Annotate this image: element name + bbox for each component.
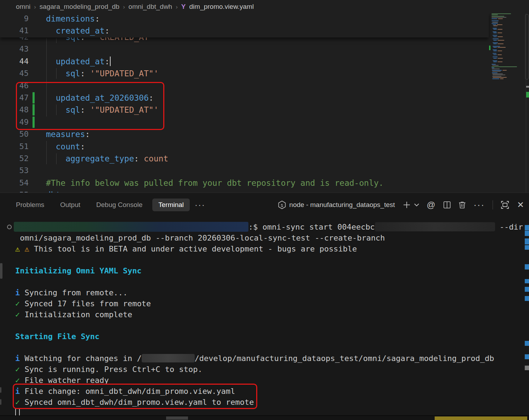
- horizontal-scrollbar[interactable]: [0, 415, 529, 420]
- minimap-row: [493, 32, 502, 33]
- code-text: sql: '"UPDATED_AT"': [46, 67, 159, 79]
- minimap-row: [493, 29, 502, 30]
- panel-tab-output[interactable]: Output: [60, 199, 80, 211]
- minimap-diff-mark: [489, 46, 490, 50]
- terminal-line: omni/sagara_modeling_prod_db --branch 20…: [0, 232, 529, 243]
- sticky-line[interactable]: 9dimensions:: [0, 13, 489, 25]
- new-terminal-button[interactable]: [403, 201, 411, 209]
- scrollbar-decoration: [525, 231, 529, 236]
- minimap-row: [493, 36, 503, 37]
- panel-header-divider: [493, 200, 493, 209]
- annotation-box-editor: [16, 82, 164, 130]
- left-decoration: [0, 399, 1, 405]
- minimap-row: [492, 76, 501, 77]
- maximize-panel-button[interactable]: [501, 201, 509, 209]
- yaml-file-icon: Y: [181, 3, 186, 11]
- minimap-row: [493, 43, 504, 44]
- minimap-row: [493, 61, 502, 62]
- terminal-line: ✓ Initialization complete: [0, 309, 529, 320]
- line-number: 41: [0, 25, 29, 37]
- minimap-row: [492, 72, 498, 73]
- scrollbar-decoration: [525, 341, 529, 346]
- ruler-mark: [526, 86, 529, 88]
- minimap-row: [492, 65, 499, 66]
- code-line[interactable]: 51 count:: [0, 141, 488, 153]
- panel-tabs-more-icon[interactable]: ···: [195, 200, 205, 210]
- nodejs-icon: [278, 201, 286, 209]
- indent-guide: [56, 68, 57, 79]
- terminal-line: i Watching for changes in //develop/manu…: [0, 353, 529, 364]
- line-number: 44: [0, 55, 29, 67]
- minimap-row: [492, 14, 498, 15]
- minimap-row: [492, 73, 503, 74]
- line-number: 54: [0, 177, 29, 189]
- line-number: 52: [0, 153, 29, 165]
- minimap-row: [492, 69, 500, 69]
- minimap-row: [493, 57, 498, 57]
- minimap-row: [492, 67, 494, 68]
- panel-more-actions-icon[interactable]: ···: [474, 200, 485, 211]
- code-line[interactable]: 52 aggregate_type: count: [0, 153, 488, 165]
- code-text: count:: [46, 141, 85, 153]
- panel-header: ProblemsOutputDebug ConsoleTerminal ··· …: [0, 196, 529, 214]
- editor-pane[interactable]: 42 sql: '"CREATED_AT"'4344 updated_at:45…: [0, 0, 529, 193]
- terminal-line: :$ omni-sync start 004eecbc --dir: [0, 221, 529, 232]
- minimap[interactable]: [490, 13, 524, 82]
- minimap-row: [492, 66, 517, 67]
- code-line[interactable]: 44 updated_at:: [0, 55, 488, 68]
- minimap-row: [493, 77, 507, 78]
- minimap-row: [493, 60, 497, 61]
- scrollbar-decoration: [525, 366, 529, 370]
- command-decoration-icon: [7, 225, 12, 229]
- chevron-right-icon: ›: [123, 4, 125, 10]
- code-line[interactable]: 43: [0, 43, 488, 55]
- breadcrumb-item[interactable]: sagara_modeling_prod_db: [40, 3, 119, 10]
- line-number: 45: [0, 67, 29, 79]
- terminal-session[interactable]: node - manufacturing_dataops_test: [278, 201, 395, 209]
- terminal-dropdown-chevron-icon[interactable]: [414, 203, 419, 207]
- sticky-line[interactable]: 41 created_at:: [0, 25, 489, 37]
- minimap-row: [492, 20, 499, 21]
- scrollbar-decoration: [525, 296, 529, 301]
- minimap-row: [493, 46, 500, 47]
- code-line[interactable]: 55dbt:: [0, 189, 488, 193]
- redacted-text: [142, 354, 195, 362]
- launch-profile-icon[interactable]: @: [427, 200, 435, 210]
- breadcrumb[interactable]: omni›sagara_modeling_prod_db›omni_dbt_dw…: [0, 0, 529, 13]
- ruler-mark: [526, 92, 529, 97]
- panel-tab-terminal[interactable]: Terminal: [152, 199, 190, 211]
- code-line[interactable]: 50measures:: [0, 128, 488, 141]
- redacted-text: [375, 222, 495, 231]
- code-text: updated_at:: [46, 55, 111, 67]
- editor-scrollbar-slider[interactable]: [525, 14, 529, 79]
- minimap-row: [493, 39, 499, 39]
- split-terminal-button[interactable]: [443, 201, 451, 209]
- scrollbar-decoration: [525, 264, 529, 270]
- panel-tab-debug-console[interactable]: Debug Console: [96, 199, 142, 211]
- minimap-row: [492, 13, 511, 14]
- code-line[interactable]: 54#The info below was pulled from your d…: [0, 177, 488, 189]
- horizontal-scrollbar-thumb[interactable]: [166, 416, 188, 420]
- minimap-row: [493, 31, 496, 32]
- minimap-row: [493, 35, 497, 36]
- panel-tab-problems[interactable]: Problems: [16, 199, 44, 211]
- terminal-line: ✓ Sync is running. Press Ctrl+C to stop.: [0, 364, 529, 375]
- scrollbar-decoration: [525, 225, 529, 230]
- code-text: dimensions:: [46, 13, 100, 25]
- breadcrumb-item[interactable]: omni: [16, 3, 30, 10]
- breadcrumb-item[interactable]: omni_dbt_dwh: [129, 3, 172, 10]
- kill-terminal-button[interactable]: [459, 201, 466, 209]
- line-number: 53: [0, 165, 29, 177]
- code-line[interactable]: 45 sql: '"UPDATED_AT"': [0, 67, 488, 80]
- code-text: aggregate_type: count: [46, 153, 168, 165]
- sticky-scroll[interactable]: 9dimensions:41 created_at:: [0, 13, 489, 37]
- minimap-row: [492, 22, 498, 23]
- breadcrumb-items: omni›sagara_modeling_prod_db›omni_dbt_dw…: [16, 3, 181, 11]
- minimap-row: [493, 75, 505, 75]
- code-line[interactable]: 53: [0, 165, 488, 177]
- minimap-row: [493, 28, 497, 29]
- minimap-row: [492, 64, 496, 65]
- close-panel-button[interactable]: ✕: [517, 200, 524, 210]
- line-number: 43: [0, 43, 29, 55]
- left-decoration: [0, 263, 2, 279]
